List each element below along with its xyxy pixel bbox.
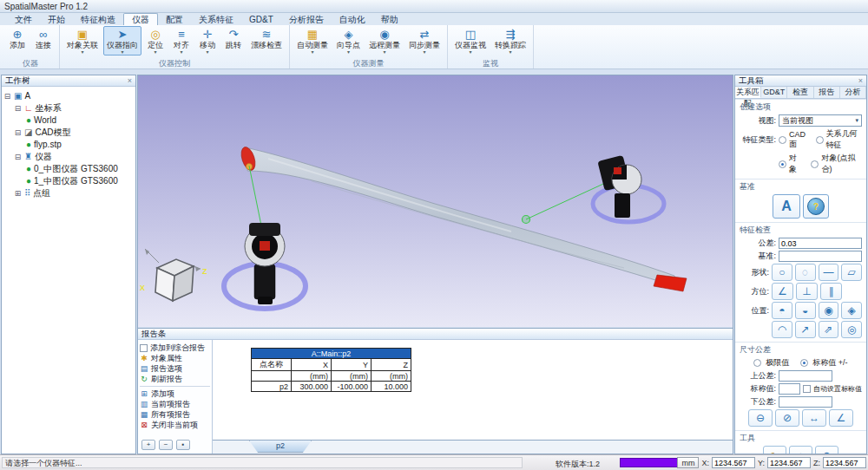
- angle-icon[interactable]: ∠: [829, 409, 853, 427]
- radio-cad-face[interactable]: [779, 136, 786, 144]
- radio-limit-value[interactable]: [753, 359, 761, 367]
- diameter-icon[interactable]: ⊖: [748, 409, 773, 427]
- line-profile-icon[interactable]: ◓: [772, 302, 792, 319]
- add-to-summary-checkbox[interactable]: [140, 344, 148, 352]
- move-button[interactable]: ✛ 移动 ▾: [195, 26, 220, 55]
- z-coord-field[interactable]: [823, 457, 866, 468]
- straightness-icon[interactable]: —: [819, 264, 839, 281]
- upper-tolerance-input[interactable]: [779, 370, 832, 382]
- lower-tolerance-input[interactable]: [779, 396, 832, 408]
- guide-point-button[interactable]: ◈ 向导点 ▾: [333, 26, 364, 55]
- tree-node-flyp[interactable]: ● flyp.stp: [26, 139, 134, 151]
- auto-measure-button[interactable]: ▦ 自动测量 ▾: [293, 26, 332, 55]
- locate-button[interactable]: ◎ 定位 ▾: [143, 26, 168, 55]
- parallelism-icon[interactable]: ∥: [820, 283, 842, 300]
- add-item-button[interactable]: ⊞ 添加项: [140, 388, 210, 399]
- tree-node-instrument-0[interactable]: ● 0_中图仪器 GTS3600: [26, 163, 134, 175]
- true-position-icon[interactable]: ◉: [819, 302, 839, 319]
- expand-icon[interactable]: ⊞: [14, 190, 22, 198]
- fit-button[interactable]: ▪: [176, 440, 190, 450]
- close-icon[interactable]: ×: [128, 76, 132, 85]
- tree-node-frames[interactable]: ⊟ ∟ 坐标系: [14, 102, 134, 114]
- tab-check[interactable]: 检查: [787, 87, 813, 98]
- roundness-icon[interactable]: ○: [772, 264, 792, 281]
- align-button[interactable]: ≡ 对齐 ▾: [169, 26, 194, 55]
- total-runout-icon[interactable]: ⇗: [819, 321, 839, 338]
- menu-tab-automation[interactable]: 自动化: [332, 14, 373, 25]
- tree-node-pointgroup[interactable]: ⊞ ⠿ 点组: [14, 187, 134, 199]
- y-coord-field[interactable]: [767, 457, 811, 468]
- probe-icon[interactable]: ⚲: [815, 446, 838, 454]
- datum-sphere-button[interactable]: ?: [803, 194, 829, 219]
- radio-relation-geometry[interactable]: [816, 136, 824, 144]
- instrument-monitor-button[interactable]: ◫ 仪器监视 ▾: [451, 26, 490, 55]
- close-icon[interactable]: ×: [858, 76, 863, 85]
- menu-tab-relation-feature[interactable]: 关系特征: [191, 14, 241, 25]
- radio-object-fit[interactable]: [811, 160, 819, 168]
- add-to-summary-option[interactable]: 添加到综合报告: [140, 343, 210, 353]
- perpendicularity-icon[interactable]: ⊥: [796, 283, 818, 300]
- tree-node-root[interactable]: ⊟ ▣ A: [3, 90, 134, 102]
- tab-report[interactable]: 报告: [814, 87, 840, 98]
- arc-profile-icon[interactable]: ◠: [772, 321, 792, 338]
- cylindricity-icon[interactable]: ◌: [795, 264, 816, 281]
- jump-button[interactable]: ↷ 跳转: [221, 26, 246, 50]
- menu-tab-start[interactable]: 开始: [40, 14, 73, 25]
- zoom-in-button[interactable]: +: [141, 440, 155, 450]
- symmetry-icon[interactable]: ◈: [841, 302, 862, 319]
- report-options-button[interactable]: ▤ 报告选项: [140, 363, 210, 374]
- view-select[interactable]: 当前视图 ▾: [779, 114, 862, 127]
- distance-icon[interactable]: ↔: [802, 409, 826, 427]
- tree-node-instruments[interactable]: ⊟ ♜ 仪器: [14, 151, 134, 163]
- all-items-report-button[interactable]: ▦ 所有项报告: [140, 409, 210, 420]
- zoom-out-button[interactable]: −: [159, 440, 173, 450]
- concentricity-icon[interactable]: ◎: [841, 321, 862, 338]
- menu-tab-instrument[interactable]: 仪器: [123, 13, 158, 25]
- menu-tab-file[interactable]: 文件: [7, 14, 40, 25]
- viewport-3d[interactable]: Z X: [137, 75, 733, 328]
- report-tab-p2[interactable]: p2: [249, 441, 312, 453]
- delete-icon[interactable]: ⊗: [789, 446, 812, 454]
- refresh-report-button[interactable]: ↻ 刷新报告: [140, 374, 210, 384]
- menu-tab-help[interactable]: 帮助: [373, 14, 406, 25]
- tab-gdt[interactable]: GD&T: [761, 87, 787, 98]
- tree-node-cad[interactable]: ⊟ ◪ CAD模型: [14, 127, 134, 139]
- flatness-icon[interactable]: ▱: [841, 264, 862, 281]
- tab-analysis[interactable]: 分析: [840, 87, 866, 98]
- add-instrument-button[interactable]: ⊕ 添加: [5, 26, 30, 50]
- connect-instrument-button[interactable]: ∞ 连接: [31, 26, 56, 50]
- close-non-current-button[interactable]: ⊠ 关闭非当前项: [140, 420, 210, 430]
- object-link-button[interactable]: ▣ 对象关联 ▾: [63, 26, 102, 55]
- collapse-icon[interactable]: ⊟: [14, 153, 22, 161]
- edit-report-icon[interactable]: ✎: [763, 446, 786, 454]
- tree-node-world[interactable]: ● World: [26, 114, 134, 127]
- tolerance-input[interactable]: [779, 238, 862, 249]
- datum-label-button[interactable]: A: [773, 194, 800, 219]
- datum-input[interactable]: [779, 251, 862, 262]
- auto-nominal-checkbox[interactable]: [803, 385, 811, 393]
- instrument-aim-button[interactable]: ➤ 仪器指向 ▾: [103, 26, 141, 55]
- x-coord-field[interactable]: [712, 457, 755, 468]
- drift-check-button[interactable]: ≋ 漂移检查: [247, 26, 286, 50]
- menu-tab-feature-construct[interactable]: 特征构造: [73, 14, 123, 25]
- tree-node-instrument-1[interactable]: ● 1_中图仪器 GTS3600: [26, 175, 134, 187]
- collapse-icon[interactable]: ⊟: [3, 93, 11, 101]
- radio-nominal-value[interactable]: [800, 359, 808, 367]
- collapse-icon[interactable]: ⊟: [14, 105, 22, 113]
- table-row[interactable]: p2 300.000 -100.000 10.000: [252, 382, 411, 392]
- object-properties-button[interactable]: ✱ 对象属性: [140, 353, 210, 363]
- menu-tab-gdt[interactable]: GD&T: [241, 14, 281, 25]
- menu-tab-config[interactable]: 配置: [158, 14, 191, 25]
- point-table[interactable]: A::Main::p2 点名称 X Y Z (mm) (mm): [251, 348, 411, 392]
- sync-measure-button[interactable]: ⇄ 同步测量 ▾: [405, 26, 444, 55]
- menu-tab-analysis-report[interactable]: 分析报告: [281, 14, 332, 25]
- collapse-icon[interactable]: ⊟: [14, 129, 22, 137]
- transform-track-button[interactable]: ⇶ 转换跟踪 ▾: [491, 26, 529, 55]
- radio-object[interactable]: [779, 160, 786, 168]
- unit-button[interactable]: mm: [677, 457, 699, 468]
- circular-runout-icon[interactable]: ↗: [795, 321, 816, 338]
- tab-relation-match[interactable]: 关系匹配: [735, 87, 761, 98]
- nominal-input[interactable]: [779, 383, 800, 395]
- remote-measure-button[interactable]: ◉ 远程测量 ▾: [365, 26, 404, 55]
- radius-icon[interactable]: ⊘: [775, 409, 799, 427]
